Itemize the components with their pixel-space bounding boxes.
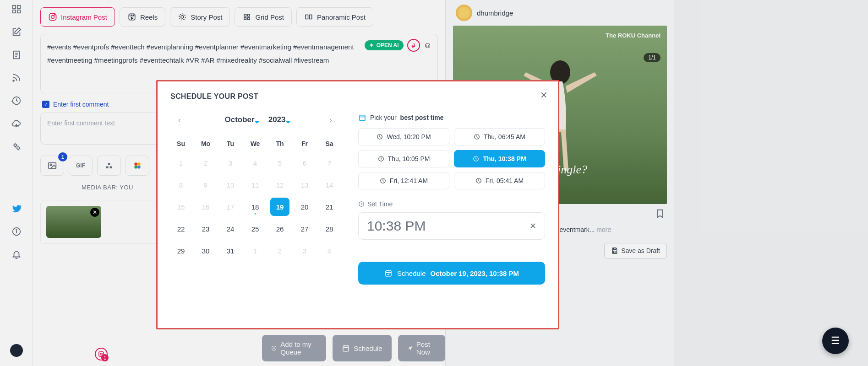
calendar-day[interactable]: 26 xyxy=(270,220,289,238)
svg-rect-26 xyxy=(244,18,246,20)
clock-icon xyxy=(358,201,365,207)
calendar-day: 15 xyxy=(171,198,191,216)
time-slot[interactable]: Fri, 05:41 AM xyxy=(454,172,545,189)
settings-icon[interactable] xyxy=(11,141,22,152)
media-gif-button[interactable]: GIF xyxy=(69,156,93,176)
emoji-button[interactable]: ☺ xyxy=(424,41,432,50)
calendar-day[interactable]: 25 xyxy=(246,220,265,238)
compose-icon[interactable] xyxy=(11,27,22,38)
modal-title: SCHEDULE YOUR POST xyxy=(170,92,545,101)
openai-label: OPEN AI xyxy=(377,42,399,48)
calendar-day[interactable]: 18 xyxy=(246,198,265,216)
calendar-day[interactable]: 21 xyxy=(320,198,339,216)
calendar-next-button[interactable]: › xyxy=(324,113,337,126)
svg-point-17 xyxy=(55,15,55,16)
floating-menu-button[interactable]: ☰ xyxy=(822,328,849,354)
tab-instagram-post[interactable]: Instagram Post xyxy=(40,7,115,27)
calendar: ‹ October 2023 › SuMoTuWeThFrSa123456789… xyxy=(170,113,340,285)
feed-icon[interactable] xyxy=(11,72,22,83)
info-icon[interactable] xyxy=(11,226,22,237)
calendar-year-select[interactable]: 2023 xyxy=(268,115,286,124)
svg-point-31 xyxy=(50,164,52,166)
twitter-icon[interactable] xyxy=(11,203,22,214)
svg-point-22 xyxy=(180,14,186,20)
calendar-day[interactable]: 19 xyxy=(270,198,289,216)
add-to-queue-button[interactable]: Add to my Queue xyxy=(262,335,326,361)
button-label: Schedule xyxy=(354,344,382,352)
tab-label: Grid Post xyxy=(255,13,284,21)
tab-grid-post[interactable]: Grid Post xyxy=(235,7,292,27)
calendar-day[interactable]: 31 xyxy=(221,242,240,260)
svg-rect-58 xyxy=(386,271,391,276)
media-more-button[interactable] xyxy=(126,156,149,176)
user-avatar[interactable] xyxy=(10,344,23,357)
time-slot[interactable]: Wed, 10:20 PM xyxy=(358,128,449,145)
reels-icon xyxy=(127,12,136,22)
media-upload-button[interactable] xyxy=(97,156,121,176)
save-as-draft-button[interactable]: Save as Draft xyxy=(604,243,667,258)
grid-icon xyxy=(242,12,251,22)
svg-point-10 xyxy=(14,144,16,147)
time-slot[interactable]: Thu, 10:05 PM xyxy=(358,150,449,167)
thumbnail-remove-button[interactable]: ✕ xyxy=(90,208,99,217)
svg-point-14 xyxy=(16,229,17,230)
svg-point-23 xyxy=(181,16,184,18)
calendar-day: 2 xyxy=(270,242,289,260)
tab-reels[interactable]: Reels xyxy=(120,7,165,27)
time-display: 10:38 PM xyxy=(367,218,426,234)
tab-panoramic-post[interactable]: Panoramic Post xyxy=(296,7,373,27)
tab-label: Instagram Post xyxy=(61,13,107,21)
svg-point-11 xyxy=(16,147,19,150)
sidebar-left xyxy=(0,0,33,366)
history-icon[interactable] xyxy=(11,95,22,106)
document-icon[interactable] xyxy=(11,49,22,60)
time-slot[interactable]: Thu, 06:45 AM xyxy=(454,128,545,145)
calendar-day[interactable]: 30 xyxy=(196,242,215,260)
svg-rect-47 xyxy=(614,248,616,249)
calendar-day[interactable]: 22 xyxy=(171,220,191,238)
modal-close-button[interactable]: ✕ xyxy=(540,90,548,101)
dashboard-icon[interactable] xyxy=(11,4,22,15)
preview-avatar xyxy=(456,5,472,21)
right-spacer xyxy=(674,0,868,366)
svg-point-37 xyxy=(134,166,137,169)
caption-more-link[interactable]: more xyxy=(596,226,611,233)
calendar-day[interactable]: 29 xyxy=(171,242,191,260)
post-type-tabs: Instagram Post Reels Story Post Grid Pos… xyxy=(40,7,438,27)
media-counter: 1/1 xyxy=(644,53,661,62)
calendar-day[interactable]: 20 xyxy=(295,198,314,216)
calendar-day: 11 xyxy=(246,176,265,194)
calendar-day: 8 xyxy=(171,176,191,194)
calendar-check-icon xyxy=(384,269,393,277)
schedule-button[interactable]: Schedule xyxy=(333,335,392,361)
time-input[interactable]: 10:38 PM ✕ xyxy=(358,212,545,240)
calendar-day: 2 xyxy=(196,154,215,172)
calendar-icon xyxy=(358,113,366,122)
tab-story-post[interactable]: Story Post xyxy=(170,7,230,27)
instagram-account-badge[interactable]: 1 xyxy=(95,348,108,361)
calendar-month-select[interactable]: October xyxy=(224,115,254,124)
calendar-day: 14 xyxy=(320,176,339,194)
media-count-badge: 1 xyxy=(58,152,67,161)
svg-rect-32 xyxy=(106,167,109,169)
calendar-prev-button[interactable]: ‹ xyxy=(173,113,186,126)
calendar-day[interactable]: 23 xyxy=(196,220,215,238)
calendar-day: 4 xyxy=(320,242,339,260)
time-clear-button[interactable]: ✕ xyxy=(530,221,536,231)
calendar-day[interactable]: 24 xyxy=(221,220,240,238)
hashtag-button[interactable]: # xyxy=(407,39,420,52)
media-image-button[interactable]: 1 xyxy=(40,156,64,176)
schedule-submit-button[interactable]: Schedule October 19, 2023, 10:38 PM xyxy=(358,262,545,285)
calendar-day: 5 xyxy=(270,154,289,172)
time-slot[interactable]: Fri, 12:41 AM xyxy=(358,172,449,189)
media-thumbnail[interactable]: ✕ xyxy=(46,206,101,238)
calendar-day: 16 xyxy=(196,198,215,216)
post-now-button[interactable]: Post Now xyxy=(398,335,445,361)
tab-label: Panoramic Post xyxy=(317,13,366,21)
bell-icon[interactable] xyxy=(11,249,22,260)
openai-button[interactable]: ✦ OPEN AI xyxy=(365,40,404,50)
upload-icon[interactable] xyxy=(11,118,22,129)
calendar-day[interactable]: 27 xyxy=(295,220,314,238)
time-slot[interactable]: Thu, 10:38 PM xyxy=(454,150,545,167)
calendar-day[interactable]: 28 xyxy=(320,220,339,238)
